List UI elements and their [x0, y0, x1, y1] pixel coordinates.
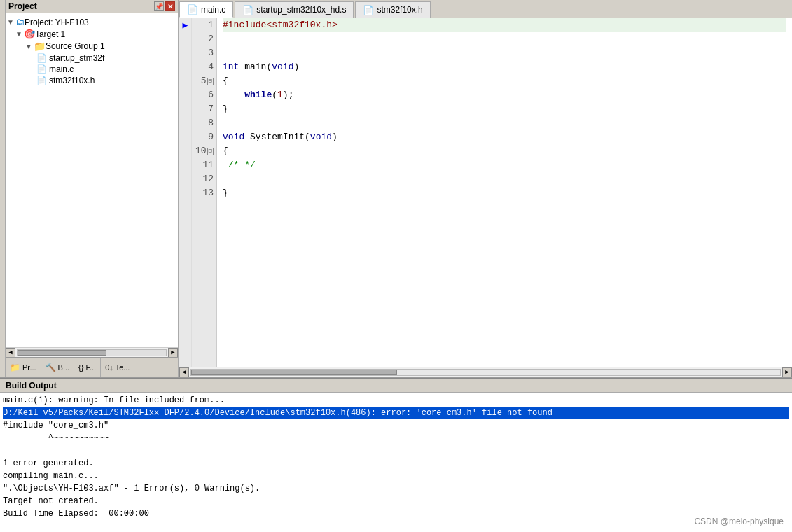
code-line-4: int main(void) [223, 60, 786, 74]
arrow-row-11 [179, 158, 191, 172]
arrow-row-5 [179, 74, 191, 88]
tab-stm32-h[interactable]: 📄 stm32f10x.h [355, 1, 430, 18]
arrow-column: ▶ [179, 18, 192, 367]
build-tab-icon: 🔨 [46, 363, 56, 372]
panel-tab-templates-label: 0↓ Te... [105, 363, 130, 372]
code-line-3 [223, 46, 786, 60]
startup-file-label: startup_stm32f [49, 53, 104, 63]
editor-scroll-left[interactable]: ◀ [179, 368, 189, 377]
linenum-9: 9 [192, 130, 214, 144]
tree-project-root[interactable]: ▼ 🗂 Project: YH-F103 [6, 16, 178, 28]
tree-target1[interactable]: ▼ 🎯 Target 1 [6, 28, 178, 40]
panel-title-left: Project [8, 1, 37, 11]
editor-scroll-track[interactable] [190, 369, 781, 376]
target-label: Target 1 [35, 29, 65, 39]
line-number-column: 1 2 3 4 5⊟ 6 7 8 9 10⊟ 11 12 13 [192, 18, 217, 367]
build-line-5 [3, 444, 789, 457]
linenum-13: 13 [192, 186, 214, 200]
tree-source-group[interactable]: ▼ 📁 Source Group 1 [6, 40, 178, 52]
project-panel-titlebar: Project 📌 ✕ [6, 0, 178, 13]
build-line-6: 1 error generated. [3, 457, 789, 470]
tab-stm32-h-icon: 📄 [363, 5, 374, 15]
linenum-8: 8 [192, 116, 214, 130]
panel-bottom-tabs: 📁 Pr... 🔨 B... {} F... 0↓ Te... [6, 357, 178, 377]
project-tree: ▼ 🗂 Project: YH-F103 ▼ 🎯 Target 1 ▼ 📁 So… [6, 13, 178, 347]
code-line-8 [223, 116, 786, 130]
arrow-row-7 [179, 102, 191, 116]
pin-button[interactable]: 📌 [154, 1, 164, 11]
panel-hscrollbar[interactable]: ◀ ▶ [6, 347, 178, 357]
linenum-10: 10⊟ [192, 144, 214, 158]
tree-startup-file[interactable]: 📄 startup_stm32f [6, 52, 178, 64]
scroll-thumb[interactable] [18, 350, 106, 356]
code-editor[interactable]: ▶ 1 2 3 4 5⊟ [179, 18, 792, 367]
expand-source-group[interactable]: ▼ [25, 43, 32, 50]
scroll-track[interactable] [17, 349, 167, 356]
tab-startup[interactable]: 📄 startup_stm32f10x_hd.s [235, 1, 354, 18]
project-panel: Project 📌 ✕ ▼ 🗂 Project: YH-F103 ▼ 🎯 Tar… [6, 0, 179, 377]
arrow-row-6 [179, 88, 191, 102]
linenum-7: 7 [192, 102, 214, 116]
scroll-right-btn[interactable]: ▶ [168, 348, 178, 358]
tab-main-c[interactable]: 📄 main.c [179, 1, 233, 18]
build-line-9: Target not created. [3, 495, 789, 507]
linenum-2: 2 [192, 32, 214, 46]
tab-stm32-h-label: stm32f10x.h [377, 5, 422, 15]
code-line-1: #include<stm32f10x.h> [223, 18, 786, 32]
code-line-5: { [223, 74, 786, 88]
tree-header-h[interactable]: 📄 stm32f10x.h [6, 75, 178, 86]
panel-tab-functions[interactable]: {} F... [74, 358, 101, 377]
h-file-icon: 📄 [36, 76, 47, 85]
main-c-label: main.c [49, 64, 74, 74]
code-line-10: { [223, 144, 786, 158]
tree-main-c[interactable]: 📄 main.c [6, 64, 178, 75]
arrow-row-13 [179, 186, 191, 200]
editor-tab-bar: 📄 main.c 📄 startup_stm32f10x_hd.s 📄 stm3… [179, 0, 792, 18]
panel-tab-functions-label: {} F... [78, 363, 96, 372]
build-line-10: Build Time Elapsed: 00:00:00 [3, 507, 789, 520]
source-group-label: Source Group 1 [46, 41, 105, 51]
editor-area: 📄 main.c 📄 startup_stm32f10x_hd.s 📄 stm3… [179, 0, 792, 377]
code-content[interactable]: #include<stm32f10x.h> int main(void) { w… [217, 18, 792, 367]
asm-file-icon: 📄 [36, 53, 47, 63]
linenum-5: 5⊟ [192, 74, 214, 88]
linenum-6: 6 [192, 88, 214, 102]
panel-tab-project-label: Pr... [22, 363, 36, 372]
editor-scroll-right[interactable]: ▶ [782, 368, 792, 377]
arrow-row-8 [179, 116, 191, 130]
build-line-8: ".\Objects\YH-F103.axf" - 1 Error(s), 0 … [3, 482, 789, 495]
code-line-13: } [223, 186, 786, 200]
editor-scroll-thumb[interactable] [191, 370, 397, 375]
linenum-4: 4 [192, 60, 214, 74]
folder-icon: 📁 [34, 41, 46, 52]
panel-tab-build-label: B... [58, 363, 70, 372]
arrow-row-3 [179, 46, 191, 60]
header-h-label: stm32f10x.h [49, 76, 95, 85]
scroll-left-btn[interactable]: ◀ [6, 348, 15, 358]
project-icon: 🗂 [15, 17, 25, 27]
tab-main-c-label: main.c [201, 5, 225, 15]
target-icon: 🎯 [24, 29, 35, 39]
panel-tab-build[interactable]: 🔨 B... [41, 358, 75, 377]
arrow-row-10 [179, 144, 191, 158]
expand-project[interactable]: ▼ [7, 18, 14, 26]
linenum-12: 12 [192, 172, 214, 186]
tab-main-c-icon: 📄 [187, 4, 198, 15]
editor-hscrollbar[interactable]: ◀ ▶ [179, 367, 792, 377]
arrow-row-9 [179, 130, 191, 144]
build-line-4: ^~~~~~~~~~~~ [3, 432, 789, 444]
panel-tab-project[interactable]: 📁 Pr... [6, 358, 41, 377]
build-output-content[interactable]: main.c(1): warning: In file included fro… [0, 393, 792, 532]
arrow-row-2 [179, 32, 191, 46]
build-line-2: D:/Keil_v5/Packs/Keil/STM32Flxx_DFP/2.4.… [3, 407, 789, 419]
expand-target[interactable]: ▼ [15, 30, 22, 38]
build-line-3: #include "core_cm3.h" [3, 419, 789, 432]
linenum-3: 3 [192, 46, 214, 60]
panel-tab-templates[interactable]: 0↓ Te... [101, 358, 134, 377]
watermark: CSDN @melo-physique [694, 517, 784, 526]
c-file-icon: 📄 [36, 64, 47, 74]
close-panel-button[interactable]: ✕ [165, 1, 175, 11]
build-output-title: Build Output [0, 379, 792, 393]
code-line-9: void SystemInit(void) [223, 130, 786, 144]
arrow-row-12 [179, 172, 191, 186]
